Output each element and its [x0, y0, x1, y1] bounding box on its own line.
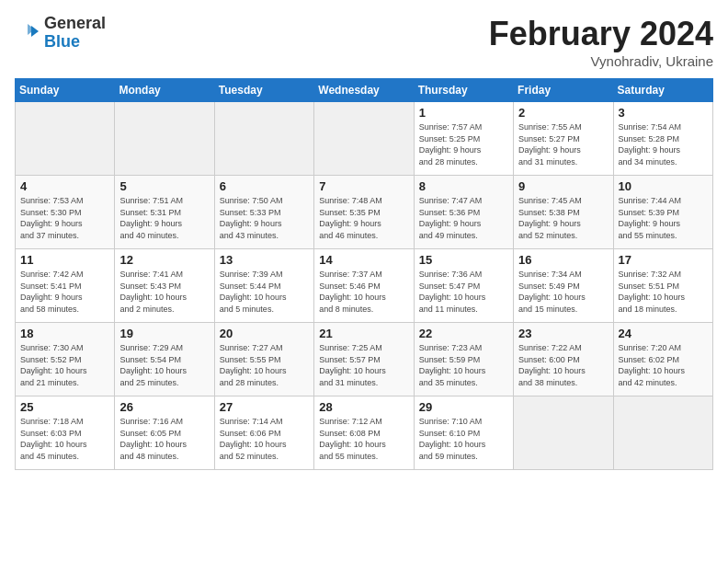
calendar-table: SundayMondayTuesdayWednesdayThursdayFrid… [15, 78, 713, 470]
calendar-cell [314, 102, 414, 176]
calendar-cell: 8Sunrise: 7:47 AM Sunset: 5:36 PM Daylig… [414, 176, 513, 249]
day-detail: Sunrise: 7:47 AM Sunset: 5:36 PM Dayligh… [419, 195, 508, 241]
calendar-body: 1Sunrise: 7:57 AM Sunset: 5:25 PM Daylig… [16, 102, 713, 470]
day-detail: Sunrise: 7:45 AM Sunset: 5:38 PM Dayligh… [518, 195, 608, 241]
calendar-cell: 7Sunrise: 7:48 AM Sunset: 5:35 PM Daylig… [314, 176, 414, 249]
logo-icon [15, 20, 40, 46]
logo-text: General Blue [44, 15, 106, 52]
day-number: 25 [20, 400, 109, 414]
calendar-cell: 3Sunrise: 7:54 AM Sunset: 5:28 PM Daylig… [613, 102, 712, 176]
day-number: 23 [518, 327, 608, 340]
calendar-cell: 27Sunrise: 7:14 AM Sunset: 6:06 PM Dayli… [214, 396, 313, 470]
day-detail: Sunrise: 7:16 AM Sunset: 6:05 PM Dayligh… [119, 416, 209, 462]
day-detail: Sunrise: 7:32 AM Sunset: 5:51 PM Dayligh… [619, 269, 708, 315]
calendar-cell: 5Sunrise: 7:51 AM Sunset: 5:31 PM Daylig… [115, 176, 214, 249]
calendar-cell: 22Sunrise: 7:23 AM Sunset: 5:59 PM Dayli… [414, 323, 513, 396]
calendar-cell: 26Sunrise: 7:16 AM Sunset: 6:05 PM Dayli… [115, 396, 214, 470]
calendar-cell [115, 102, 214, 176]
day-detail: Sunrise: 7:29 AM Sunset: 5:54 PM Dayligh… [119, 342, 209, 388]
calendar-week-row: 18Sunrise: 7:30 AM Sunset: 5:52 PM Dayli… [16, 323, 713, 396]
calendar-header-row: SundayMondayTuesdayWednesdayThursdayFrid… [16, 79, 713, 102]
day-detail: Sunrise: 7:34 AM Sunset: 5:49 PM Dayligh… [518, 269, 608, 315]
day-number: 26 [119, 400, 209, 414]
calendar-cell: 16Sunrise: 7:34 AM Sunset: 5:49 PM Dayli… [514, 249, 613, 323]
day-number: 12 [119, 253, 209, 267]
day-detail: Sunrise: 7:41 AM Sunset: 5:43 PM Dayligh… [119, 269, 209, 315]
calendar-cell: 1Sunrise: 7:57 AM Sunset: 5:25 PM Daylig… [414, 102, 513, 176]
day-number: 3 [619, 106, 708, 120]
day-detail: Sunrise: 7:25 AM Sunset: 5:57 PM Dayligh… [319, 342, 408, 388]
day-detail: Sunrise: 7:12 AM Sunset: 6:08 PM Dayligh… [319, 416, 408, 462]
day-number: 4 [20, 179, 109, 193]
calendar-cell: 12Sunrise: 7:41 AM Sunset: 5:43 PM Dayli… [115, 249, 214, 323]
day-detail: Sunrise: 7:57 AM Sunset: 5:25 PM Dayligh… [419, 121, 508, 167]
calendar-cell: 14Sunrise: 7:37 AM Sunset: 5:46 PM Dayli… [314, 249, 414, 323]
day-number: 17 [619, 253, 708, 267]
calendar-cell: 21Sunrise: 7:25 AM Sunset: 5:57 PM Dayli… [314, 323, 414, 396]
calendar-cell [514, 396, 613, 470]
calendar-cell [214, 102, 313, 176]
day-detail: Sunrise: 7:18 AM Sunset: 6:03 PM Dayligh… [20, 416, 109, 462]
day-number: 21 [319, 327, 408, 340]
day-number: 19 [119, 327, 209, 340]
calendar-cell: 18Sunrise: 7:30 AM Sunset: 5:52 PM Dayli… [16, 323, 115, 396]
day-number: 16 [518, 253, 608, 267]
calendar-cell: 28Sunrise: 7:12 AM Sunset: 6:08 PM Dayli… [314, 396, 414, 470]
day-number: 1 [419, 106, 508, 120]
day-detail: Sunrise: 7:10 AM Sunset: 6:10 PM Dayligh… [419, 416, 508, 462]
day-detail: Sunrise: 7:51 AM Sunset: 5:31 PM Dayligh… [119, 195, 209, 241]
calendar-week-row: 1Sunrise: 7:57 AM Sunset: 5:25 PM Daylig… [16, 102, 713, 176]
title-area: February 2024 Vynohradiv, Ukraine [489, 15, 713, 69]
day-detail: Sunrise: 7:20 AM Sunset: 6:02 PM Dayligh… [619, 342, 708, 388]
calendar-cell: 17Sunrise: 7:32 AM Sunset: 5:51 PM Dayli… [613, 249, 712, 323]
day-detail: Sunrise: 7:39 AM Sunset: 5:44 PM Dayligh… [220, 269, 309, 315]
day-number: 10 [619, 179, 708, 193]
calendar-header-cell: Tuesday [214, 79, 313, 102]
day-detail: Sunrise: 7:50 AM Sunset: 5:33 PM Dayligh… [220, 195, 309, 241]
calendar-week-row: 11Sunrise: 7:42 AM Sunset: 5:41 PM Dayli… [16, 249, 713, 323]
day-number: 6 [220, 179, 309, 193]
day-detail: Sunrise: 7:53 AM Sunset: 5:30 PM Dayligh… [20, 195, 109, 241]
calendar-cell: 11Sunrise: 7:42 AM Sunset: 5:41 PM Dayli… [16, 249, 115, 323]
day-number: 20 [220, 327, 309, 340]
calendar-cell [613, 396, 712, 470]
day-number: 8 [419, 179, 508, 193]
day-detail: Sunrise: 7:14 AM Sunset: 6:06 PM Dayligh… [220, 416, 309, 462]
day-number: 9 [518, 179, 608, 193]
calendar-week-row: 4Sunrise: 7:53 AM Sunset: 5:30 PM Daylig… [16, 176, 713, 249]
calendar-cell [16, 102, 115, 176]
day-number: 2 [518, 106, 608, 120]
calendar-header-cell: Thursday [414, 79, 513, 102]
day-detail: Sunrise: 7:23 AM Sunset: 5:59 PM Dayligh… [419, 342, 508, 388]
day-detail: Sunrise: 7:30 AM Sunset: 5:52 PM Dayligh… [20, 342, 109, 388]
day-detail: Sunrise: 7:54 AM Sunset: 5:28 PM Dayligh… [619, 121, 708, 167]
day-detail: Sunrise: 7:22 AM Sunset: 6:00 PM Dayligh… [518, 342, 608, 388]
header: General Blue February 2024 Vynohradiv, U… [15, 15, 713, 69]
day-number: 29 [419, 400, 508, 414]
day-detail: Sunrise: 7:44 AM Sunset: 5:39 PM Dayligh… [619, 195, 708, 241]
calendar-cell: 9Sunrise: 7:45 AM Sunset: 5:38 PM Daylig… [514, 176, 613, 249]
calendar-header-cell: Wednesday [314, 79, 414, 102]
day-number: 5 [119, 179, 209, 193]
calendar-cell: 24Sunrise: 7:20 AM Sunset: 6:02 PM Dayli… [613, 323, 712, 396]
day-number: 11 [20, 253, 109, 267]
logo-line2: Blue [44, 33, 106, 52]
calendar-header-cell: Saturday [613, 79, 712, 102]
calendar-cell: 4Sunrise: 7:53 AM Sunset: 5:30 PM Daylig… [16, 176, 115, 249]
day-number: 15 [419, 253, 508, 267]
day-number: 13 [220, 253, 309, 267]
logo: General Blue [15, 15, 106, 52]
day-number: 24 [619, 327, 708, 340]
calendar-cell: 29Sunrise: 7:10 AM Sunset: 6:10 PM Dayli… [414, 396, 513, 470]
calendar-cell: 25Sunrise: 7:18 AM Sunset: 6:03 PM Dayli… [16, 396, 115, 470]
day-number: 27 [220, 400, 309, 414]
day-number: 14 [319, 253, 408, 267]
day-number: 7 [319, 179, 408, 193]
month-title: February 2024 [489, 15, 713, 53]
calendar-header-cell: Monday [115, 79, 214, 102]
day-detail: Sunrise: 7:27 AM Sunset: 5:55 PM Dayligh… [220, 342, 309, 388]
day-number: 28 [319, 400, 408, 414]
calendar-cell: 19Sunrise: 7:29 AM Sunset: 5:54 PM Dayli… [115, 323, 214, 396]
day-detail: Sunrise: 7:48 AM Sunset: 5:35 PM Dayligh… [319, 195, 408, 241]
calendar-cell: 20Sunrise: 7:27 AM Sunset: 5:55 PM Dayli… [214, 323, 313, 396]
